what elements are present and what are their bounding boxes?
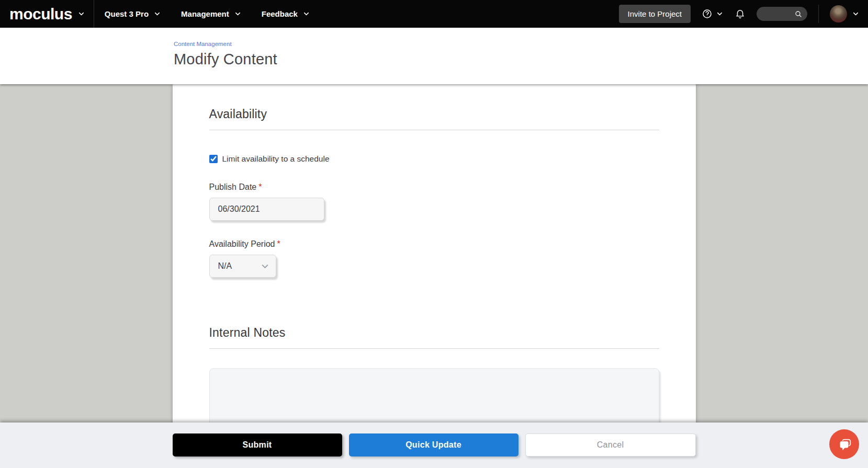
chevron-down-icon (302, 10, 310, 18)
chat-launcher-button[interactable] (829, 429, 859, 459)
form-card: Availability Limit availability to a sch… (173, 84, 696, 468)
logo-text: moculus (9, 5, 72, 23)
nav-item-label: Quest 3 Pro (105, 9, 149, 18)
section-divider (209, 130, 659, 130)
chevron-down-icon (716, 10, 724, 18)
section-divider (209, 348, 659, 349)
action-bar: Submit Quick Update Cancel (0, 423, 868, 468)
profile-menu[interactable] (830, 5, 860, 22)
search-box (757, 7, 807, 21)
invite-to-project-button[interactable]: Invite to Project (619, 5, 691, 23)
cancel-button[interactable]: Cancel (525, 433, 696, 456)
breadcrumb[interactable]: Content Management (174, 41, 868, 47)
publish-date-label: Publish Date (209, 182, 257, 191)
help-menu[interactable] (702, 8, 724, 19)
primary-nav: Quest 3 Pro Management Feedback (105, 9, 310, 18)
chevron-down-icon (852, 10, 860, 18)
chevron-down-icon (77, 10, 85, 18)
internal-notes-section-heading: Internal Notes (209, 326, 659, 340)
chevron-down-icon (153, 10, 161, 18)
limit-availability-checkbox[interactable] (209, 155, 218, 163)
search-icon[interactable] (794, 10, 803, 18)
user-avatar (830, 5, 847, 22)
topbar-right-cluster: Invite to Project (619, 5, 860, 23)
notifications-bell-icon[interactable] (735, 8, 746, 19)
limit-availability-checkbox-row[interactable]: Limit availability to a schedule (209, 154, 659, 164)
publish-date-field: Publish Date* (209, 182, 659, 221)
page-title: Modify Content (174, 51, 868, 68)
help-icon (702, 8, 713, 19)
nav-item-feedback[interactable]: Feedback (262, 9, 310, 18)
availability-period-label: Availability Period (209, 239, 275, 248)
topbar-divider (818, 5, 819, 23)
page-header: Content Management Modify Content (0, 28, 868, 84)
nav-item-quest-3-pro[interactable]: Quest 3 Pro (105, 9, 161, 18)
required-asterisk: * (277, 239, 280, 248)
chat-bubbles-icon (837, 437, 852, 452)
availability-period-field: Availability Period* N/A (209, 239, 659, 278)
nav-item-label: Management (181, 9, 229, 18)
checkbox-label: Limit availability to a schedule (222, 154, 330, 164)
chevron-down-icon (260, 261, 270, 271)
required-asterisk: * (258, 182, 262, 191)
nav-item-management[interactable]: Management (181, 9, 242, 18)
search-input[interactable] (763, 9, 794, 18)
publish-date-input[interactable] (209, 198, 324, 221)
nav-item-label: Feedback (262, 9, 298, 18)
quick-update-button[interactable]: Quick Update (349, 433, 518, 456)
top-navigation-bar: moculus Quest 3 Pro Management Feedback … (0, 0, 868, 28)
availability-period-select[interactable]: N/A (209, 255, 276, 278)
action-buttons-row: Submit Quick Update Cancel (173, 433, 696, 456)
selected-option-label: N/A (218, 261, 232, 271)
topbar-divider (94, 0, 94, 28)
availability-section-heading: Availability (209, 107, 659, 121)
chevron-down-icon (234, 10, 242, 18)
logo-menu[interactable]: moculus (9, 5, 85, 23)
submit-button[interactable]: Submit (173, 433, 342, 456)
content-background: Availability Limit availability to a sch… (0, 84, 868, 468)
